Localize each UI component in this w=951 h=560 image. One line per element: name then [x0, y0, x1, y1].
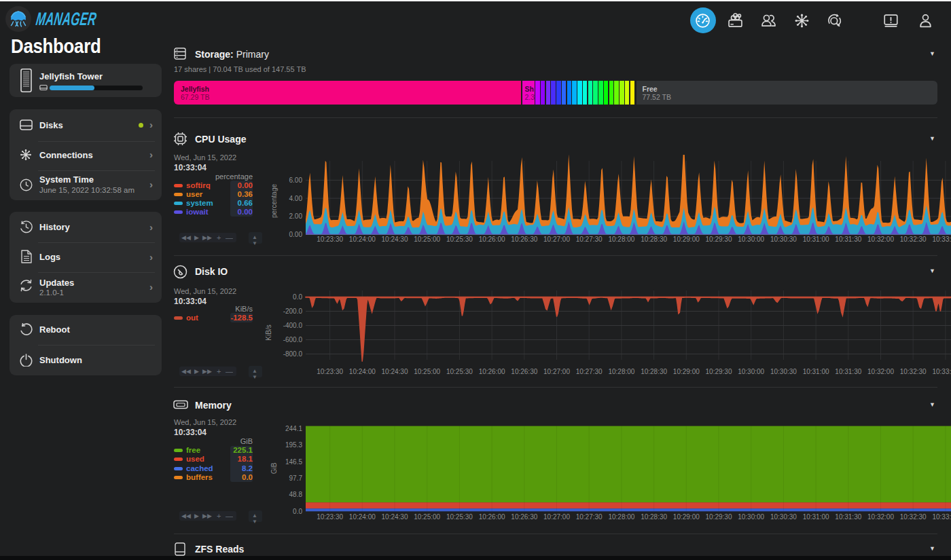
svg-text:10:31:30: 10:31:30 [835, 368, 861, 375]
svg-text:10:32:00: 10:32:00 [867, 513, 894, 521]
svg-text:10:23:30: 10:23:30 [317, 368, 343, 375]
svg-text:10:30:00: 10:30:00 [738, 236, 764, 243]
svg-text:10:25:30: 10:25:30 [446, 513, 473, 521]
svg-text:10:26:00: 10:26:00 [479, 368, 505, 375]
svg-text:10:33:00: 10:33:00 [932, 513, 951, 521]
svg-text:10:32:30: 10:32:30 [900, 513, 927, 521]
svg-text:195.3: 195.3 [285, 441, 302, 449]
svg-text:10:25:30: 10:25:30 [446, 368, 473, 375]
svg-text:10:30:30: 10:30:30 [770, 236, 797, 243]
svg-text:6.00: 6.00 [289, 176, 303, 184]
svg-text:10:27:30: 10:27:30 [576, 513, 603, 521]
svg-text:10:30:00: 10:30:00 [738, 513, 764, 521]
svg-text:10:31:00: 10:31:00 [803, 236, 829, 243]
svg-text:48.8: 48.8 [289, 491, 303, 498]
svg-text:10:29:00: 10:29:00 [673, 368, 700, 375]
svg-text:-600.0: -600.0 [283, 336, 303, 343]
svg-text:10:32:00: 10:32:00 [867, 236, 894, 243]
svg-text:10:29:00: 10:29:00 [673, 236, 700, 243]
svg-text:10:30:00: 10:30:00 [738, 368, 764, 375]
svg-text:10:32:30: 10:32:30 [900, 368, 927, 375]
svg-text:10:27:00: 10:27:00 [543, 236, 570, 243]
svg-text:10:28:00: 10:28:00 [608, 368, 634, 375]
svg-text:10:26:30: 10:26:30 [511, 236, 537, 243]
svg-text:0.0: 0.0 [293, 293, 302, 301]
svg-text:10:28:30: 10:28:30 [641, 368, 667, 375]
svg-text:10:24:30: 10:24:30 [382, 513, 408, 521]
svg-text:10:27:00: 10:27:00 [543, 368, 570, 375]
svg-text:10:25:00: 10:25:00 [414, 368, 440, 375]
svg-text:10:24:00: 10:24:00 [349, 368, 376, 375]
svg-text:GiB: GiB [270, 462, 278, 474]
svg-text:0.00: 0.00 [289, 231, 303, 238]
svg-text:10:27:30: 10:27:30 [576, 368, 603, 375]
svg-text:10:31:00: 10:31:00 [803, 513, 829, 521]
svg-text:10:32:00: 10:32:00 [867, 368, 894, 375]
svg-text:10:24:00: 10:24:00 [349, 236, 376, 243]
svg-text:97.7: 97.7 [289, 474, 303, 482]
svg-text:10:29:30: 10:29:30 [706, 368, 732, 375]
svg-text:10:28:00: 10:28:00 [608, 236, 634, 243]
svg-text:10:23:30: 10:23:30 [317, 513, 343, 521]
svg-text:10:29:30: 10:29:30 [706, 513, 732, 521]
svg-text:-400.0: -400.0 [283, 322, 303, 329]
svg-text:10:26:00: 10:26:00 [479, 236, 505, 243]
svg-text:10:25:00: 10:25:00 [414, 513, 440, 521]
svg-text:10:32:30: 10:32:30 [900, 236, 927, 243]
svg-text:percentage: percentage [270, 184, 278, 218]
svg-text:10:28:30: 10:28:30 [641, 513, 667, 521]
svg-text:10:27:30: 10:27:30 [576, 236, 603, 243]
svg-text:10:29:00: 10:29:00 [673, 513, 700, 521]
svg-text:10:24:30: 10:24:30 [382, 236, 408, 243]
svg-text:10:28:00: 10:28:00 [608, 513, 634, 521]
svg-text:10:31:00: 10:31:00 [803, 368, 829, 375]
svg-text:10:29:30: 10:29:30 [706, 236, 732, 243]
svg-text:KiB/s: KiB/s [265, 324, 272, 340]
svg-text:0.0: 0.0 [293, 508, 302, 515]
svg-text:10:25:30: 10:25:30 [446, 236, 473, 243]
svg-text:10:26:00: 10:26:00 [479, 513, 505, 521]
svg-text:10:33:00: 10:33:00 [932, 368, 951, 375]
svg-text:10:26:30: 10:26:30 [511, 368, 537, 375]
svg-text:146.5: 146.5 [285, 458, 302, 466]
svg-text:10:33:00: 10:33:00 [932, 236, 951, 243]
svg-text:10:27:00: 10:27:00 [543, 513, 570, 521]
svg-text:10:23:30: 10:23:30 [317, 236, 343, 243]
svg-text:10:26:30: 10:26:30 [511, 513, 537, 521]
svg-text:-800.0: -800.0 [283, 350, 303, 358]
svg-text:10:30:30: 10:30:30 [770, 368, 797, 375]
svg-text:4.00: 4.00 [289, 195, 303, 202]
svg-text:10:25:00: 10:25:00 [414, 236, 440, 243]
svg-text:10:31:30: 10:31:30 [835, 513, 861, 521]
svg-text:10:30:30: 10:30:30 [770, 513, 797, 521]
svg-text:10:28:30: 10:28:30 [641, 236, 667, 243]
svg-text:10:31:30: 10:31:30 [835, 236, 861, 243]
svg-text:2.00: 2.00 [289, 212, 303, 220]
svg-text:10:24:00: 10:24:00 [349, 513, 376, 521]
svg-text:244.1: 244.1 [285, 425, 302, 432]
svg-text:-200.0: -200.0 [283, 307, 303, 315]
svg-text:10:24:30: 10:24:30 [382, 368, 408, 375]
